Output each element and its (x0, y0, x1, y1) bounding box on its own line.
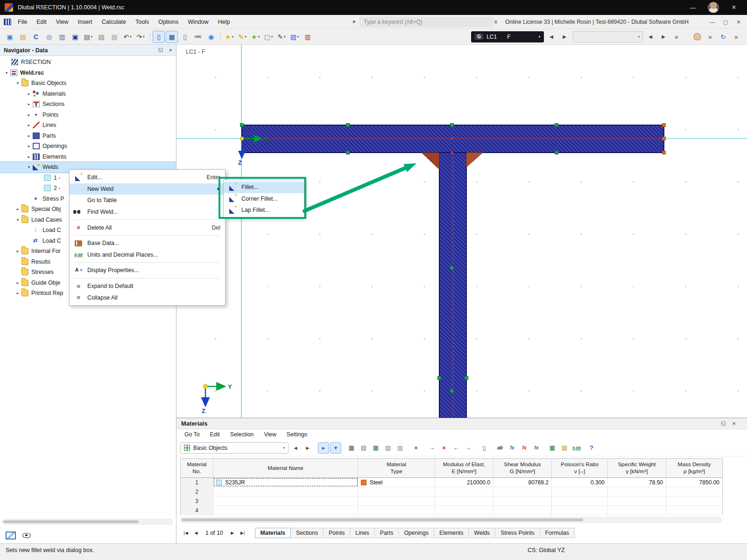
previous-load-case-button[interactable]: ◀ (545, 31, 557, 43)
tree-item-parts[interactable]: ▸Parts (0, 131, 176, 141)
chevron-down-icon[interactable]: ▾ (14, 217, 21, 222)
table-menu-settings[interactable]: Settings (282, 431, 312, 438)
tree-item-elements[interactable]: ▸Elements (0, 152, 176, 162)
tree-item-sections[interactable]: ▸Sections (0, 99, 176, 110)
line-grid-button[interactable]: ▨▾ (289, 31, 301, 43)
next-view-button[interactable]: ▶ (657, 31, 669, 43)
column-header-specific-weight[interactable]: Specific Weightγ [kN/m³] (608, 459, 666, 477)
table-float-icon[interactable]: ◱ (721, 420, 726, 427)
find-object-button[interactable]: ◉ (205, 31, 217, 43)
tree-item-rsection[interactable]: RSECTION (0, 57, 176, 68)
tab-welds[interactable]: Welds (468, 528, 495, 538)
sc-view-button[interactable]: >SC (192, 31, 204, 43)
tree-item-points[interactable]: ▸Points (0, 110, 176, 120)
help-button[interactable]: ? (586, 442, 597, 454)
panel-view-button[interactable]: ▯ (479, 442, 490, 454)
load-case-selector[interactable]: G LC1 F ▾ (471, 31, 544, 42)
menu-insert[interactable]: Insert (73, 15, 97, 29)
clipping-box-button[interactable]: ▢▾ (262, 31, 275, 43)
workspace-minimize-button[interactable]: — (707, 17, 718, 27)
context-menu-edit[interactable]: Edit... Enter (70, 172, 225, 183)
table-menu-go-to[interactable]: Go To (179, 431, 205, 438)
column-settings-button[interactable]: ▥ (395, 442, 406, 454)
workspace-close-button[interactable]: × (733, 17, 744, 27)
chevron-down-icon[interactable]: ▾ (3, 70, 10, 75)
submenu-lap-fillet[interactable]: Lap Fillet... (224, 204, 304, 216)
table-row[interactable]: 1 S235JR Steel 210000.0 80769.2 0.300 78… (180, 478, 723, 487)
menu-file[interactable]: File (13, 15, 32, 29)
table-view-button[interactable]: ▦ (166, 31, 178, 43)
print-table-button[interactable]: ▤ (358, 442, 369, 454)
chevron-right-icon[interactable]: ▸ (14, 280, 21, 285)
select-cells-button[interactable]: ▾ (330, 442, 341, 454)
tab-sections[interactable]: Sections (290, 528, 324, 538)
context-menu-display-properties[interactable]: Display Properties... (70, 265, 225, 276)
chevron-right-icon[interactable]: ▸ (25, 123, 33, 127)
table-menu-view[interactable]: View (259, 431, 281, 438)
chevron-right-icon[interactable]: ▸ (14, 291, 21, 295)
menu-tools[interactable]: Tools (131, 15, 154, 29)
minimize-button[interactable]: — (686, 2, 699, 13)
column-header-poisson[interactable]: Poisson's Ratioν [--] (552, 459, 608, 477)
new-object-button[interactable]: ★▾ (223, 31, 235, 43)
tab-stress-points[interactable]: Stress Points (495, 528, 540, 538)
fx-button[interactable]: fx (507, 442, 518, 454)
visibility-filter-button[interactable]: ★▾ (249, 31, 261, 43)
copy-row-button[interactable]: → (426, 442, 437, 454)
tab-materials[interactable]: Materials (255, 528, 291, 538)
table-close-icon[interactable]: × (732, 420, 736, 427)
previous-table-page-button[interactable]: ◀ (191, 528, 201, 538)
insert-row-button[interactable]: ▦ (370, 442, 381, 454)
tree-item-materials[interactable]: ▸Materials (0, 89, 176, 99)
table-row[interactable]: 3 (180, 497, 723, 506)
next-load-case-button[interactable]: ▶ (558, 31, 571, 43)
menu-options[interactable]: Options (154, 15, 183, 29)
report-button[interactable]: ▤ (108, 31, 120, 43)
submenu-corner-fillet[interactable]: Corner Fillet... (224, 193, 304, 205)
table-menu-selection[interactable]: Selection (225, 431, 259, 438)
green-handles[interactable] (240, 124, 558, 393)
new-model-button[interactable]: ▤ (17, 31, 29, 43)
save-button[interactable]: ▣ (69, 31, 81, 43)
view-more-button[interactable]: » (730, 31, 742, 43)
excel-export-button[interactable]: ▦ (547, 442, 558, 454)
context-menu-collapse-all[interactable]: ≡ Collapse All (70, 292, 225, 303)
fx-edit-button[interactable]: fx (531, 442, 542, 454)
menu-edit[interactable]: Edit (32, 15, 51, 29)
workspace-maximize-button[interactable]: ▢ (720, 17, 731, 27)
chevron-right-icon[interactable]: ▸ (25, 133, 33, 138)
tab-openings[interactable]: Openings (398, 528, 434, 538)
toolbar-more-button[interactable]: » (670, 31, 683, 43)
chevron-down-icon[interactable]: ▾ (25, 165, 33, 169)
menu-help[interactable]: Help (213, 15, 235, 29)
previous-view-button[interactable]: ◀ (644, 31, 656, 43)
table-row[interactable]: 2 (180, 487, 723, 497)
ab-rename-button[interactable]: ab (494, 442, 506, 454)
column-header-modulus[interactable]: Modulus of Elast.E [N/mm²] (435, 459, 493, 477)
column-header-material-type[interactable]: MaterialType (358, 459, 435, 477)
next-table-button[interactable]: ▶ (302, 442, 313, 454)
drawing-viewport[interactable]: LC1 - F (176, 45, 747, 418)
next-table-page-button[interactable]: ▶ (228, 528, 237, 538)
tab-lines[interactable]: Lines (350, 528, 374, 538)
copy-button[interactable]: ▨ (95, 31, 107, 43)
context-menu-find-weld[interactable]: Find Weld... (70, 206, 225, 218)
import-rows-button[interactable]: ← (451, 442, 462, 454)
tree-item-basic-objects[interactable]: ▾Basic Objects (0, 78, 176, 89)
fill-pattern-button[interactable]: ▨ (382, 442, 394, 454)
table-filter-dropdown[interactable]: Basic Objects ▾ (180, 442, 289, 454)
context-menu-base-data[interactable]: Base Data... (70, 238, 225, 249)
column-header-mass-density[interactable]: Mass Densityρ [kg/m³] (666, 459, 722, 477)
tab-parts[interactable]: Parts (374, 528, 399, 538)
context-menu-expand-to-default[interactable]: ≡ Expand to Default (70, 280, 225, 292)
result-diagram-button[interactable]: ▥ (302, 31, 314, 43)
online-services-button[interactable]: ◎ (43, 31, 55, 43)
chevron-right-icon[interactable]: ▸ (25, 154, 33, 159)
frame-view-button[interactable]: ▯ (179, 31, 191, 43)
search-input[interactable] (359, 17, 493, 27)
tab-elements[interactable]: Elements (434, 528, 469, 538)
chevron-right-icon[interactable]: ▸ (25, 144, 33, 148)
table-view-settings-button[interactable]: ▦ (346, 442, 357, 454)
column-header-shear-modulus[interactable]: Shear ModulusG [N/mm²] (493, 459, 552, 477)
tree-item-weld-rsc[interactable]: ▾Weld.rsc (0, 68, 176, 78)
